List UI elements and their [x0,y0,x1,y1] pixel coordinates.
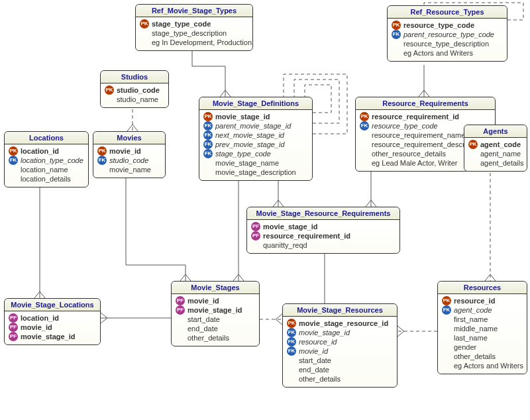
field-label: end_date [299,365,329,374]
field-label: eg Actors and Writers [403,48,473,58]
entity-movie_stage_definitions: Movie_Stage_DefinitionsPKmovie_stage_idF… [199,97,313,181]
fk-icon: FK [287,346,296,356]
entity-body: PKlocation_idFKlocation_type_codelocatio… [5,144,88,187]
field-label: resource_requirement_id [263,231,350,240]
entity-movie_stage_locations: Movie_Stage_LocationsPFlocation_idPFmovi… [4,298,101,345]
field-row: PFlocation_id [9,313,96,323]
spacer [442,333,451,342]
pk-icon: PK [468,140,478,149]
fk-icon: FK [203,149,213,158]
pk-icon: PK [97,146,107,156]
field-row: end_date [176,324,255,333]
entity-title: Ref_Resource_Types [388,6,507,19]
field-label: movie_stage_id [21,332,76,341]
entity-title: Locations [5,132,88,144]
field-label: gender [454,342,476,352]
spacer [203,168,213,177]
spacer [442,324,451,333]
field-label: agent_code [480,140,521,149]
field-label: studio_code [109,156,148,165]
spacer [392,39,401,48]
field-row: eg Actors and Writers [442,361,523,370]
spacer [140,38,149,47]
fk-icon: FK [442,305,451,315]
field-row: PKmovie_stage_resource_id [287,319,393,328]
spacer [442,315,451,324]
spacer [360,140,369,149]
entity-title: Agents [464,125,527,138]
spacer [360,131,369,140]
entity-title: Movie_Stage_Locations [5,299,100,311]
field-label: movie_id [299,346,328,356]
field-label: movie_name [109,165,151,174]
pf-icon: PF [176,296,185,305]
spacer [360,158,369,168]
field-label: movie_stage_description [215,168,296,177]
pk-icon: PK [203,112,213,121]
pk-icon: PK [442,296,451,305]
entity-resources: ResourcesPKresource_idFKagent_codefirst_… [437,281,527,374]
field-label: movie_id [109,146,141,156]
spacer [176,324,185,333]
pf-icon: PF [251,231,260,240]
field-label: resource_id [454,296,495,305]
spacer [9,165,18,174]
spacer [468,149,478,158]
spacer [360,149,369,158]
fk-icon: FK [392,30,401,39]
field-label: movie_stage_id [187,305,242,315]
field-label: studio_name [117,95,158,104]
field-label: end_date [187,324,218,333]
field-row: FKstage_type_code [203,149,308,158]
field-label: movie_stage_id [299,328,350,337]
entity-body: PKresource_type_codeFKparent_resource_ty… [388,19,507,61]
fk-icon: FK [287,337,296,346]
entity-title: Movie_Stage_Resource_Requirements [247,207,399,220]
field-label: last_name [454,333,488,342]
entity-ref_resource_types: Ref_Resource_TypesPKresource_type_codeFK… [387,5,507,62]
field-row: quanitty_reqd [251,240,396,250]
field-label: other_details [299,374,341,384]
fk-icon: FK [203,140,213,149]
spacer [287,365,296,374]
entity-body: PFmovie_stage_idPFresource_requirement_i… [247,220,399,253]
spacer [392,48,401,58]
pf-icon: PF [176,305,185,315]
spacer [176,333,185,342]
field-label: other_details [187,333,229,342]
field-row: FKprev_movie_stage_id [203,140,308,149]
erd-canvas: Ref_Movie_Stage_TypesPKstage_type_codest… [0,0,530,420]
spacer [442,361,451,370]
pk-icon: PK [392,21,401,30]
field-row: PFmovie_stage_id [176,305,255,315]
field-label: location_id [21,313,59,323]
entity-movies: MoviesPKmovie_idFKstudio_codemovie_name [93,131,166,178]
entity-title: Resources [438,282,527,294]
entity-movie_stages: Movie_StagesPFmovie_idPFmovie_stage_idst… [171,281,260,346]
entity-body: PKmovie_stage_resource_idFKmovie_stage_i… [283,317,397,387]
fk-icon: FK [287,328,296,337]
spacer [287,356,296,365]
field-label: stage_type_code [215,149,271,158]
field-row: FKstudio_code [97,156,161,165]
entity-body: PKmovie_idFKstudio_codemovie_name [93,144,165,178]
field-label: eg Actors and Writers [454,361,523,370]
field-row: FKparent_movie_stage_id [203,121,308,131]
pf-icon: PF [9,323,18,332]
field-label: resource_type_code [403,21,474,30]
field-row: middle_name [442,324,523,333]
fk-icon: FK [360,121,369,131]
pk-icon: PK [140,19,149,28]
entity-title: Movie_Stage_Definitions [199,97,312,110]
entity-title: Movie_Stages [172,282,259,294]
field-label: agent_name [480,149,521,158]
entity-title: Movie_Stage_Resources [283,304,397,317]
field-row: movie_stage_description [203,168,308,177]
spacer [105,95,114,104]
entity-locations: LocationsPKlocation_idFKlocation_type_co… [4,131,89,187]
field-label: location_type_code [21,156,83,165]
spacer [251,240,260,250]
field-row: other_details [442,352,523,361]
field-row: FKagent_code [442,305,523,315]
field-label: resource_id [299,337,337,346]
